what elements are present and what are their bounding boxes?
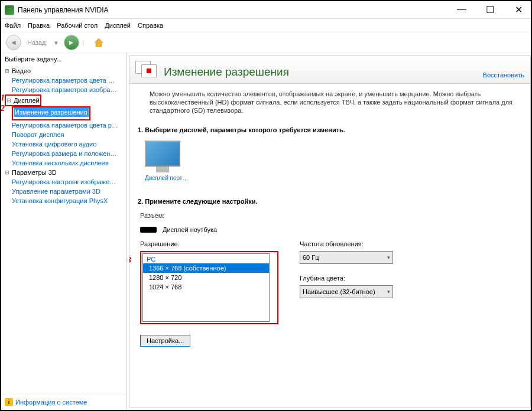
resolution-option[interactable]: 1024 × 768 — [143, 282, 269, 292]
resolution-group-pc: PC — [143, 254, 269, 263]
minimize-button[interactable]: — — [453, 4, 471, 15]
tree-link-video-image[interactable]: Регулировка параметров изображения для… — [12, 85, 118, 94]
resolution-label: Разрешение: — [140, 240, 276, 247]
restore-link[interactable]: Восстановить — [483, 71, 524, 79]
refresh-label: Частота обновления: — [300, 240, 393, 247]
description-text: Можно уменьшить количество элементов, от… — [150, 90, 522, 115]
color-depth-select[interactable]: Наивысшее (32-битное) ▾ — [300, 285, 393, 298]
titlebar: Панель управления NVIDIA — ☐ ✕ — [1, 1, 531, 19]
menubar: Файл Правка Рабочий стол Дисплей Справка — [1, 19, 531, 32]
tree-link-physx[interactable]: Установка конфигурации PhysX — [12, 196, 108, 206]
menu-display[interactable]: Дисплей — [105, 22, 131, 29]
toolbar: ◄ Назад ▾ ► | — [1, 32, 531, 53]
menu-file[interactable]: Файл — [5, 22, 21, 29]
tree-link-desktop-color[interactable]: Регулировка параметров цвета рабочего… — [12, 120, 118, 130]
info-icon: i — [5, 398, 13, 406]
main-area: Выберите задачу... ⊟ Видео Регулировка п… — [1, 53, 531, 410]
task-tree: ⊟ Видео Регулировка параметров цвета для… — [1, 65, 126, 394]
nav-back-button[interactable]: ◄ — [6, 35, 21, 50]
menu-help[interactable]: Справка — [138, 22, 163, 29]
content-pane: Изменение разрешения Восстановить Можно … — [126, 53, 531, 410]
tree-link-video-color[interactable]: Регулировка параметров цвета для видео — [12, 76, 118, 85]
menu-edit[interactable]: Правка — [28, 22, 50, 29]
connector-icon — [140, 227, 157, 233]
window-title: Панель управления NVIDIA — [18, 6, 453, 14]
tree-link-rotate[interactable]: Поворот дисплея — [12, 130, 64, 139]
menu-desktop[interactable]: Рабочий стол — [57, 22, 98, 29]
nav-forward-button[interactable]: ► — [64, 35, 79, 50]
tree-3d[interactable]: ⊟ Параметры 3D — [5, 168, 124, 177]
maximize-button[interactable]: ☐ — [481, 4, 499, 15]
tree-display[interactable]: ⊟ Дисплей — [7, 96, 40, 105]
tree-link-3d-image[interactable]: Регулировка настроек изображения с просм… — [12, 177, 118, 187]
resolution-listbox[interactable]: PC 1366 × 768 (собственное) 1280 × 720 1… — [142, 253, 270, 322]
annotation-2: 2 — [1, 104, 5, 113]
close-button[interactable]: ✕ — [510, 4, 527, 15]
monitor-icon — [145, 141, 180, 167]
tree-link-3d-manage[interactable]: Управление параметрами 3D — [12, 187, 100, 196]
sidebar: Выберите задачу... ⊟ Видео Регулировка п… — [1, 53, 126, 410]
app-window: Панель управления NVIDIA — ☐ ✕ Файл Прав… — [0, 0, 532, 411]
system-info-link[interactable]: i Информация о системе — [5, 398, 122, 406]
chevron-down-icon: ▾ — [387, 289, 390, 295]
chevron-down-icon: ▾ — [387, 255, 390, 260]
collapse-icon[interactable]: ⊟ — [5, 66, 11, 76]
connector-label: Разъем: — [140, 212, 164, 219]
tree-link-change-resolution[interactable]: Изменение разрешения — [14, 107, 89, 117]
content-header: Изменение разрешения Восстановить — [129, 56, 530, 84]
tree-link-digital-audio[interactable]: Установка цифрового аудио — [12, 139, 96, 149]
display-selector[interactable]: Дисплей порт… — [145, 141, 188, 181]
connector-value: Дисплей ноутбука — [163, 226, 217, 233]
nvidia-icon — [5, 5, 14, 15]
step2-title: 2. Примените следующие настройки. — [138, 198, 522, 205]
tree-link-multi-display[interactable]: Установка нескольких дисплеев — [12, 158, 109, 168]
nav-dropdown-icon[interactable]: ▾ — [54, 39, 58, 47]
depth-label: Глубина цвета: — [300, 275, 393, 282]
page-title: Изменение разрешения — [164, 66, 483, 79]
settings-button[interactable]: Настройка... — [140, 335, 190, 347]
resolution-option[interactable]: 1280 × 720 — [143, 273, 269, 282]
sidebar-header: Выберите задачу... — [1, 53, 126, 65]
annotation-1: 1 — [1, 93, 5, 103]
home-icon — [93, 37, 105, 48]
refresh-rate-select[interactable]: 60 Гц ▾ — [300, 251, 393, 264]
step1-title: 1. Выберите дисплей, параметры которого … — [138, 126, 522, 133]
tree-video[interactable]: ⊟ Видео — [5, 66, 124, 76]
home-button[interactable] — [91, 35, 106, 50]
annotation-3: 3 — [129, 256, 131, 265]
collapse-icon[interactable]: ⊟ — [5, 168, 11, 177]
content-body: Можно уменьшить количество элементов, от… — [129, 84, 530, 407]
nav-back-label: Назад — [27, 39, 46, 46]
collapse-icon[interactable]: ⊟ — [7, 96, 12, 105]
display-name: Дисплей порт… — [145, 175, 188, 181]
tree-link-size-position[interactable]: Регулировка размера и положения рабочего… — [12, 149, 118, 158]
resolution-option[interactable]: 1366 × 768 (собственное) — [143, 263, 269, 273]
svg-marker-0 — [95, 38, 103, 47]
resolution-icon — [135, 61, 158, 79]
